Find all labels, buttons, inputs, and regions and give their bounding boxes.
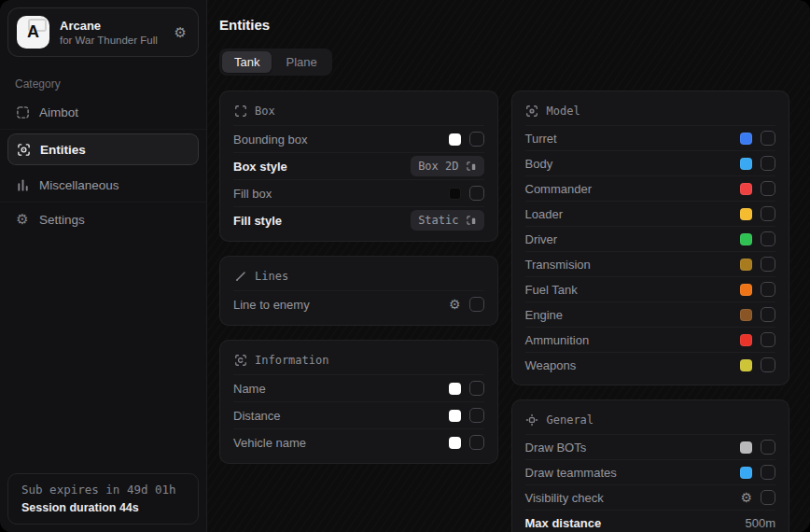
setting-label: Draw BOTs (525, 441, 587, 455)
checkbox[interactable] (761, 440, 775, 455)
panel-information: Information Name Distance (219, 340, 498, 464)
aimbot-icon (15, 105, 30, 120)
color-swatch[interactable] (449, 383, 461, 395)
miscellaneous-icon (15, 178, 30, 193)
checkbox[interactable] (761, 181, 775, 196)
checkbox[interactable] (761, 282, 775, 297)
fill-style-dropdown[interactable]: Static (411, 210, 483, 231)
color-swatch[interactable] (740, 233, 752, 245)
color-swatch[interactable] (740, 259, 752, 271)
box-select-icon (466, 161, 477, 172)
gear-icon[interactable]: ⚙ (740, 491, 752, 504)
setting-row: Body (525, 150, 776, 175)
color-swatch[interactable] (740, 208, 752, 220)
setting-label: Fuel Tank (525, 283, 578, 297)
color-swatch[interactable] (740, 309, 752, 321)
session-duration-text: Session duration 44s (21, 501, 185, 514)
gear-icon[interactable]: ⚙ (449, 298, 461, 311)
panel-title: General (547, 413, 594, 427)
checkbox[interactable] (761, 332, 775, 347)
entities-icon (16, 142, 31, 157)
checkbox[interactable] (761, 490, 775, 505)
color-swatch[interactable] (449, 410, 461, 422)
setting-label: Body (525, 157, 553, 171)
app-window: A Arcane for War Thunder Full ⚙ Category… (0, 0, 810, 532)
setting-label: Driver (525, 232, 558, 246)
checkbox[interactable] (469, 132, 484, 147)
setting-row: Draw teammates (525, 459, 776, 484)
sidebar-item-label: Settings (39, 213, 85, 227)
panel-model-header: Model (525, 101, 776, 125)
checkbox[interactable] (761, 357, 775, 372)
setting-row: Box style Box 2D (233, 152, 484, 179)
page-title: Entities (219, 17, 789, 33)
dropdown-value: Box 2D (418, 160, 458, 173)
setting-row: Turret (525, 125, 776, 150)
sidebar-item-aimbot[interactable]: Aimbot (0, 96, 206, 130)
panel-box: Box Bounding box Box style Box 2D (219, 91, 498, 242)
color-swatch[interactable] (449, 188, 461, 200)
checkbox[interactable] (469, 186, 484, 201)
setting-label: Distance (233, 409, 281, 423)
setting-label: Max distance (525, 516, 602, 530)
setting-label: Bounding box (233, 133, 308, 147)
panel-title: Lines (255, 270, 288, 283)
setting-row: Loader (525, 201, 776, 226)
sidebar: A Arcane for War Thunder Full ⚙ Category… (0, 0, 207, 532)
panel-model: Model Turret Body (511, 91, 790, 385)
gear-icon[interactable]: ⚙ (175, 25, 187, 39)
checkbox[interactable] (469, 408, 484, 423)
setting-label: Weapons (525, 358, 577, 372)
sidebar-nav: Aimbot Entities Miscella (0, 96, 206, 236)
main-content: Entities Tank Plane Box (207, 0, 810, 532)
checkbox[interactable] (761, 131, 775, 146)
color-swatch[interactable] (740, 284, 752, 296)
checkbox[interactable] (469, 297, 484, 312)
color-swatch[interactable] (740, 441, 752, 454)
color-swatch[interactable] (449, 437, 461, 449)
setting-label: Vehicle name (233, 436, 306, 450)
color-swatch[interactable] (740, 359, 752, 371)
color-swatch[interactable] (740, 158, 752, 170)
checkbox[interactable] (761, 206, 775, 221)
tab-plane[interactable]: Plane (273, 51, 328, 73)
color-swatch[interactable] (740, 334, 752, 346)
color-swatch[interactable] (449, 133, 461, 146)
brand-text: Arcane for War Thunder Full (60, 19, 164, 46)
color-swatch[interactable] (740, 183, 752, 195)
setting-row: Ammunition (525, 327, 776, 352)
category-label: Category (15, 77, 206, 91)
sidebar-item-settings[interactable]: ⚙ Settings (0, 203, 206, 236)
sidebar-item-entities[interactable]: Entities (7, 133, 199, 165)
setting-label: Box style (233, 160, 287, 174)
setting-row: Commander (525, 175, 776, 201)
checkbox[interactable] (761, 231, 775, 246)
checkbox[interactable] (469, 435, 484, 450)
setting-label: Transmision (525, 258, 591, 272)
model-icon (525, 104, 539, 118)
checkbox[interactable] (761, 465, 775, 480)
panel-lines: Lines Line to enemy ⚙ (219, 256, 498, 326)
setting-label: Engine (525, 308, 563, 322)
sidebar-item-miscellaneous[interactable]: Miscellaneous (0, 169, 206, 203)
setting-row: Weapons (525, 352, 776, 377)
checkbox[interactable] (761, 307, 775, 322)
setting-label: Loader (525, 207, 563, 221)
setting-label: Draw teammates (525, 466, 617, 480)
tab-tank[interactable]: Tank (222, 51, 272, 73)
setting-label: Name (233, 382, 266, 396)
checkbox[interactable] (469, 381, 484, 396)
checkbox[interactable] (761, 156, 775, 171)
color-swatch[interactable] (740, 467, 752, 479)
box-style-dropdown[interactable]: Box 2D (411, 156, 483, 176)
setting-row: Distance (233, 401, 484, 428)
setting-row: Name (233, 374, 484, 401)
setting-label: Line to enemy (233, 298, 310, 312)
setting-row: Bounding box (233, 125, 484, 152)
sidebar-item-label: Aimbot (39, 105, 78, 119)
left-column: Box Bounding box Box style Box 2D (219, 91, 498, 532)
checkbox[interactable] (761, 257, 775, 272)
app-logo: A (17, 16, 49, 49)
color-swatch[interactable] (740, 133, 752, 145)
setting-row: Fuel Tank (525, 276, 776, 301)
